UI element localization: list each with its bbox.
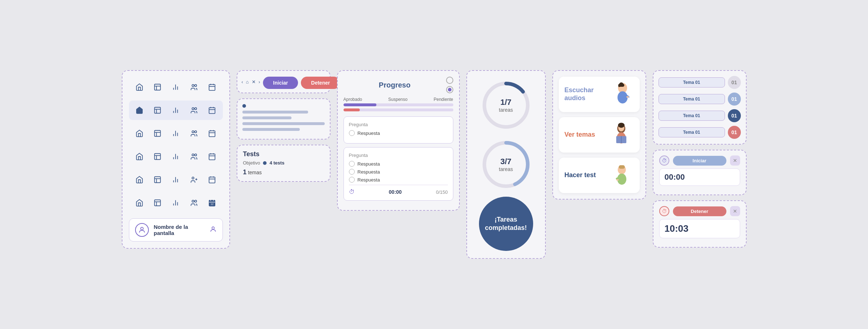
svg-point-87 xyxy=(626,96,629,98)
avatar-icon xyxy=(135,223,149,237)
progress-section: Aprobado Suspenso Pendiente xyxy=(344,97,453,111)
radio-group xyxy=(446,77,453,93)
timer-clock-icon-2: ⏱ xyxy=(659,206,669,216)
topic-row-3: Tema 01 01 xyxy=(658,109,741,122)
hacer-illustration xyxy=(609,163,634,188)
book-icon-5[interactable] xyxy=(151,173,164,187)
circle-progress-1: 1/7 tareas xyxy=(479,78,533,132)
timer-icon: ⏱ xyxy=(349,189,355,195)
answer-option-2b[interactable]: Respuesta xyxy=(349,169,448,175)
nav-close-button[interactable]: ✕ xyxy=(252,77,256,87)
chart-icon-1[interactable] xyxy=(169,80,182,94)
svg-point-75 xyxy=(212,227,214,229)
close-timer2-button[interactable]: ✕ xyxy=(730,206,740,216)
calendar-icon-2[interactable] xyxy=(205,103,219,117)
completed-circle: ¡Tareas completadas! xyxy=(479,197,533,251)
circle-fraction-2: 3/7 xyxy=(499,157,513,166)
progress-labels: Aprobado Suspenso Pendiente xyxy=(344,97,453,102)
activity-card-escuchar[interactable]: Escuchar audios xyxy=(559,77,640,112)
completed-text: ¡Tareas completadas! xyxy=(483,215,530,232)
people-add-icon[interactable] xyxy=(187,173,201,187)
book-icon-6[interactable] xyxy=(151,196,164,210)
svg-rect-48 xyxy=(155,177,161,183)
topics-list: Tema 01 01 Tema 01 01 Tema 01 01 Tema 01… xyxy=(658,76,741,139)
book-icon-2[interactable] xyxy=(151,103,164,117)
radio-option-2[interactable] xyxy=(446,86,453,93)
answer-radio-2a[interactable] xyxy=(349,161,355,167)
panel5-activities: Escuchar audios Ver xyxy=(552,70,646,200)
close-timer1-button[interactable]: ✕ xyxy=(730,155,740,166)
nav-row-5 xyxy=(129,170,223,189)
home-icon-5[interactable] xyxy=(133,173,146,187)
calendar-icon-1[interactable] xyxy=(205,80,219,94)
calendar-icon-3[interactable] xyxy=(205,127,219,140)
user-icon[interactable] xyxy=(210,226,217,235)
progress-fill-aprobado xyxy=(344,103,376,106)
circle-label-1: tareas xyxy=(499,107,513,113)
answer-text-2c: Respuesta xyxy=(358,177,380,183)
svg-rect-12 xyxy=(155,107,161,114)
people-icon-1[interactable] xyxy=(187,80,201,94)
people-icon-6[interactable] xyxy=(187,196,201,210)
circle-fraction-1: 1/7 xyxy=(499,98,513,107)
ver-illustration xyxy=(609,122,634,148)
tests-temas: 1 temas xyxy=(243,168,324,176)
chart-icon-3[interactable] xyxy=(169,127,182,140)
home-icon-1[interactable] xyxy=(133,80,146,94)
book-icon-4[interactable] xyxy=(151,150,164,163)
topic-tag-3[interactable]: Tema 01 xyxy=(658,111,725,121)
svg-rect-61 xyxy=(155,200,161,206)
home-icon-4[interactable] xyxy=(133,150,146,163)
nav-row-4 xyxy=(129,147,223,166)
timer-widget-2: ⏱ Detener ✕ 10:03 xyxy=(653,200,747,248)
answer-option-2c[interactable]: Respuesta xyxy=(349,177,448,183)
detener-button[interactable]: Detener xyxy=(301,77,340,89)
svg-rect-44 xyxy=(209,154,215,160)
home-icon-3[interactable] xyxy=(133,127,146,140)
calendar-icon-4[interactable] xyxy=(205,150,219,163)
book-icon-1[interactable] xyxy=(151,80,164,94)
calendar-icon-6[interactable]: 12 xyxy=(205,196,219,210)
book-icon-3[interactable] xyxy=(151,127,164,140)
content-dot xyxy=(242,104,246,108)
home-icon-2[interactable] xyxy=(133,103,146,117)
progress-bar-track-2 xyxy=(344,108,453,111)
people-icon-2[interactable] xyxy=(187,103,201,117)
answer-radio-1[interactable] xyxy=(349,130,355,136)
chart-icon-4[interactable] xyxy=(169,150,182,163)
detener-sm-button[interactable]: Detener xyxy=(673,206,726,216)
topic-tag-1[interactable]: Tema 01 xyxy=(658,77,725,87)
iniciar-sm-button[interactable]: Iniciar xyxy=(673,156,726,166)
topic-tag-4[interactable]: Tema 01 xyxy=(658,127,725,137)
people-icon-4[interactable] xyxy=(187,150,201,163)
chart-icon-5[interactable] xyxy=(169,173,182,187)
answer-text-1: Respuesta xyxy=(358,131,380,136)
timer-widget-1: ⏱ Iniciar ✕ 00:00 xyxy=(653,150,747,195)
answer-text-2a: Respuesta xyxy=(358,161,380,167)
nav-forward-button[interactable]: › xyxy=(259,77,260,87)
answer-radio-2b[interactable] xyxy=(349,169,355,175)
label-aprobado: Aprobado xyxy=(344,97,362,102)
ver-text: Ver temas xyxy=(565,131,595,139)
radio-option-1[interactable] xyxy=(446,77,453,84)
answer-radio-2c[interactable] xyxy=(349,177,355,183)
svg-rect-20 xyxy=(209,108,215,114)
circle-text-1: 1/7 tareas xyxy=(499,98,513,113)
content-line-2 xyxy=(242,116,292,119)
chart-icon-6[interactable] xyxy=(169,196,182,210)
nav-back-button[interactable]: ‹ xyxy=(242,77,243,87)
svg-point-90 xyxy=(618,123,624,128)
topic-tag-2[interactable]: Tema 01 xyxy=(658,94,725,104)
svg-point-19 xyxy=(195,108,197,110)
activity-card-ver[interactable]: Ver temas xyxy=(559,117,640,153)
home-icon-6[interactable] xyxy=(133,196,146,210)
nav-home-button[interactable]: ⌂ xyxy=(246,77,249,87)
activity-card-hacer[interactable]: Hacer test xyxy=(559,158,640,193)
calendar-icon-5[interactable] xyxy=(205,173,219,187)
answer-option-2a[interactable]: Respuesta xyxy=(349,161,448,167)
people-icon-3[interactable] xyxy=(187,127,201,140)
iniciar-button[interactable]: Iniciar xyxy=(263,77,298,89)
chart-icon-2[interactable] xyxy=(169,103,182,117)
answer-option-1[interactable]: Respuesta xyxy=(349,130,448,136)
question-label-1: Pregunta xyxy=(349,122,448,127)
